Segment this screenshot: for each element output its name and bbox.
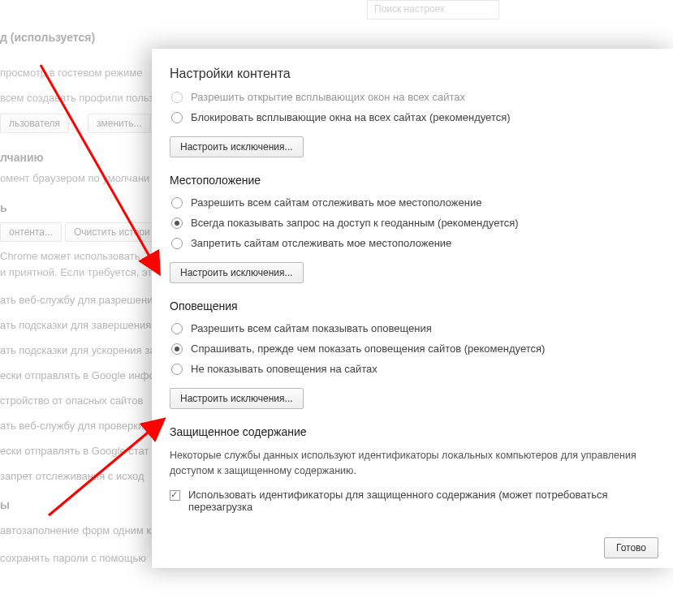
arrow-1 xyxy=(41,65,158,272)
bg-heading-2: лчанию xyxy=(0,151,43,164)
bg-btn-content: онтента... xyxy=(0,222,62,242)
popups-block-label: Блокировать всплывающие окна на всех сай… xyxy=(191,111,511,123)
section-notifications: Оповещения Разрешить всем сайтам показыв… xyxy=(170,299,655,409)
bg-text-guest: просмотр в гостевом режиме xyxy=(0,67,142,79)
notifications-allow-row[interactable]: Разрешить всем сайтам показывать оповеще… xyxy=(170,322,655,334)
bg-btn-clear: Очистить истори xyxy=(65,222,159,242)
bg-check-9: автозаполнение форм одним кл xyxy=(0,524,157,536)
bg-check-8: запрет отслеживания с исход xyxy=(0,470,145,482)
bg-check-5: стройство от опасных сайтов xyxy=(0,394,143,407)
modal-footer: Готово xyxy=(604,537,658,558)
location-manage-button[interactable]: Настроить исключения... xyxy=(170,262,304,283)
radio-icon xyxy=(171,343,183,355)
bg-heading-4: ы xyxy=(0,498,10,511)
done-button[interactable]: Готово xyxy=(604,537,658,558)
popups-manage-button[interactable]: Настроить исключения... xyxy=(170,136,304,157)
protected-title: Защищенное содержание xyxy=(170,425,655,438)
bg-check-10: сохранять пароли с помощью xyxy=(0,552,146,564)
radio-icon xyxy=(171,112,183,123)
notifications-title: Оповещения xyxy=(170,299,655,312)
radio-icon xyxy=(171,238,183,249)
protected-desc: Некоторые службы данных используют идент… xyxy=(170,448,655,479)
notifications-manage-button[interactable]: Настроить исключения... xyxy=(170,388,304,409)
bg-check-3: ать подсказки для ускорения за xyxy=(0,344,155,356)
radio-icon xyxy=(171,92,183,103)
bg-text-chrome2: и приятной. Если требуется, эт xyxy=(0,266,152,278)
location-block-label: Запретить сайтам отслеживать мое местопо… xyxy=(191,237,451,249)
bg-heading-1: д (используется) xyxy=(0,31,95,44)
location-allow-label: Разрешить всем сайтам отслеживать мое ме… xyxy=(191,196,481,209)
radio-icon xyxy=(171,364,183,375)
section-location: Местоположение Разрешить всем сайтам отс… xyxy=(170,174,655,283)
checkbox-icon xyxy=(170,490,180,501)
notifications-allow-label: Разрешить всем сайтам показывать оповеще… xyxy=(191,322,432,334)
radio-icon xyxy=(171,197,183,209)
bg-btn-change: зменить... xyxy=(88,114,151,133)
bg-text-chrome1: Chrome может использовать xyxy=(0,250,140,262)
arrow-2 xyxy=(49,420,162,515)
bg-text-defbrowser: омент браузером по умолчани xyxy=(0,172,149,184)
popups-allow-row[interactable]: Разрешить открытие всплывающих окон на в… xyxy=(170,91,655,103)
radio-icon xyxy=(171,323,183,334)
modal-title: Настройки контента xyxy=(170,67,655,81)
popups-allow-label: Разрешить открытие всплывающих окон на в… xyxy=(191,91,465,103)
bg-check-6: ать веб-службу для проверки п xyxy=(0,420,153,432)
bg-text-allowcreate: всем создавать профили польз xyxy=(0,92,154,104)
popups-block-row[interactable]: Блокировать всплывающие окна на всех сай… xyxy=(170,111,655,123)
bg-check-1: ать веб-службу для разрешени xyxy=(0,294,153,306)
content-settings-modal: Настройки контента Разрешить открытие вс… xyxy=(152,49,673,568)
bg-heading-3: ь xyxy=(0,201,7,214)
bg-btn-user: льзователя xyxy=(0,114,69,133)
location-block-row[interactable]: Запретить сайтам отслеживать мое местопо… xyxy=(170,237,655,249)
notifications-ask-label: Спрашивать, прежде чем показать оповещен… xyxy=(191,342,545,355)
notifications-ask-row[interactable]: Спрашивать, прежде чем показать оповещен… xyxy=(170,342,655,355)
bg-check-4: ески отправлять в Google инфо xyxy=(0,369,155,381)
notifications-block-label: Не показывать оповещения на сайтах xyxy=(191,363,377,375)
notifications-block-row[interactable]: Не показывать оповещения на сайтах xyxy=(170,363,655,375)
search-input: Поиск настроек xyxy=(367,0,499,19)
section-protected-content: Защищенное содержание Некоторые службы д… xyxy=(170,425,655,513)
protected-check-label: Использовать идентификаторы для защищенн… xyxy=(188,489,655,513)
location-ask-label: Всегда показывать запрос на доступ к гео… xyxy=(191,217,519,229)
section-popups: Разрешить открытие всплывающих окон на в… xyxy=(170,91,655,157)
bg-check-7: ески отправлять в Google стат xyxy=(0,445,149,457)
location-allow-row[interactable]: Разрешить всем сайтам отслеживать мое ме… xyxy=(170,196,655,209)
location-ask-row[interactable]: Всегда показывать запрос на доступ к гео… xyxy=(170,217,655,229)
location-title: Местоположение xyxy=(170,174,655,187)
protected-check-row[interactable]: Использовать идентификаторы для защищенн… xyxy=(170,489,655,513)
radio-icon xyxy=(171,218,183,229)
bg-check-2: ать подсказки для завершения xyxy=(0,319,151,331)
